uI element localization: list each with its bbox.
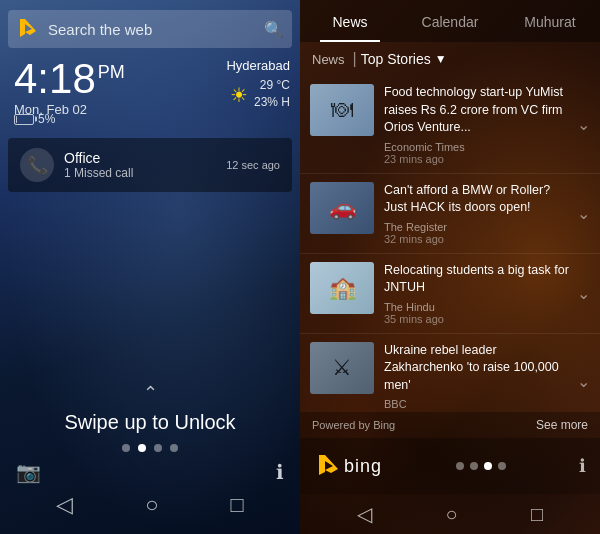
svg-marker-2 (319, 455, 338, 475)
dot-2 (138, 444, 146, 452)
right-nav-icons: ℹ (579, 455, 586, 477)
right-panel: News Calendar Muhurat News | Top Stories… (300, 0, 600, 534)
recents-icon-right[interactable]: □ (531, 503, 543, 526)
expand-icon-4[interactable]: ⌄ (577, 372, 590, 391)
bing-logo-left (16, 17, 40, 41)
home-icon-right[interactable]: ○ (445, 503, 457, 526)
news-item-1[interactable]: 🍽 Food technology start-up YuMist raises… (300, 76, 600, 174)
thumb-img-1: 🍽 (310, 84, 374, 136)
news-content-4: Ukraine rebel leader Zakharchenko 'to ra… (384, 342, 571, 413)
info-icon[interactable]: ℹ (276, 460, 284, 484)
notif-subtitle: 1 Missed call (64, 166, 218, 180)
tab-calendar[interactable]: Calendar (400, 0, 500, 42)
battery-row: 5% (14, 112, 55, 126)
bottom-icons-row: 📷 ℹ (0, 460, 300, 484)
news-content-2: Can't afford a BMW or Roller? Just HACK … (384, 182, 571, 245)
news-source-4: BBC (384, 398, 571, 410)
search-icon[interactable]: 🔍 (264, 20, 284, 39)
notif-time: 12 sec ago (226, 159, 280, 171)
back-icon[interactable]: ◁ (56, 492, 73, 518)
page-dots-left (122, 444, 178, 452)
tabs-row: News Calendar Muhurat (300, 0, 600, 42)
swipe-caret: ⌃ (0, 382, 300, 404)
notification-card[interactable]: 📞 Office 1 Missed call 12 sec ago (8, 138, 292, 192)
left-panel: Search the web 🔍 4:18PM Mon, Feb 02 Hyde… (0, 0, 300, 534)
dot-3 (154, 444, 162, 452)
tab-muhurat[interactable]: Muhurat (500, 0, 600, 42)
time-block: 4:18PM Mon, Feb 02 (14, 58, 125, 117)
news-item-2[interactable]: 🚗 Can't afford a BMW or Roller? Just HAC… (300, 174, 600, 254)
news-item-3[interactable]: 🏫 Relocating students a big task for JNT… (300, 254, 600, 334)
expand-icon-1[interactable]: ⌄ (577, 115, 590, 134)
news-list: 🍽 Food technology start-up YuMist raises… (300, 76, 600, 412)
notification-content: Office 1 Missed call (64, 150, 218, 180)
weather-city: Hyderabad (226, 58, 290, 73)
powered-by-text: Powered by Bing (312, 419, 395, 431)
rdot-3 (484, 462, 492, 470)
info-icon-right[interactable]: ℹ (579, 455, 586, 477)
news-content-3: Relocating students a big task for JNTUH… (384, 262, 571, 325)
tab-news[interactable]: News (300, 0, 400, 42)
section-label: News (312, 52, 345, 67)
section-arrow-icon: ▼ (435, 52, 447, 66)
news-thumb-4: ⚔ (310, 342, 374, 394)
weather-block: Hyderabad ☀ 29 °C 23% H (226, 58, 290, 111)
rdot-2 (470, 462, 478, 470)
news-headline-2: Can't afford a BMW or Roller? Just HACK … (384, 182, 571, 217)
thumb-img-3: 🏫 (310, 262, 374, 314)
time-display: 4:18PM (14, 58, 125, 100)
see-more-button[interactable]: See more (536, 418, 588, 432)
news-time-3: 35 mins ago (384, 313, 571, 325)
bing-label: bing (344, 456, 382, 477)
home-icon[interactable]: ○ (145, 492, 158, 518)
news-source-2: The Register (384, 221, 571, 233)
search-input[interactable]: Search the web (48, 21, 264, 38)
expand-icon-3[interactable]: ⌄ (577, 284, 590, 303)
phone-icon: 📞 (20, 148, 54, 182)
sun-icon: ☀ (226, 83, 248, 105)
news-time-2: 32 mins ago (384, 233, 571, 245)
section-title: Top Stories (361, 51, 431, 67)
bing-logo-bottom: bing (314, 452, 382, 480)
news-time-1: 23 mins ago (384, 153, 571, 165)
back-icon-right[interactable]: ◁ (357, 502, 372, 526)
news-source-3: The Hindu (384, 301, 571, 313)
thumb-img-2: 🚗 (310, 182, 374, 234)
weather-info: 29 °C 23% H (254, 77, 290, 111)
news-headline-3: Relocating students a big task for JNTUH (384, 262, 571, 297)
news-thumb-2: 🚗 (310, 182, 374, 234)
rdot-4 (498, 462, 506, 470)
news-headline-4: Ukraine rebel leader Zakharchenko 'to ra… (384, 342, 571, 395)
phone-nav-right: ◁ ○ □ (300, 494, 600, 534)
expand-icon-2[interactable]: ⌄ (577, 204, 590, 223)
section-divider: | (353, 50, 357, 68)
right-footer: Powered by Bing See more (300, 412, 600, 438)
section-header: News | Top Stories ▼ (300, 42, 600, 76)
news-item-4[interactable]: ⚔ Ukraine rebel leader Zakharchenko 'to … (300, 334, 600, 413)
phone-nav-left: ◁ ○ □ (0, 492, 300, 518)
battery-icon (14, 114, 34, 125)
news-thumb-1: 🍽 (310, 84, 374, 136)
page-dots-right (456, 462, 506, 470)
rdot-1 (456, 462, 464, 470)
dot-4 (170, 444, 178, 452)
recents-icon[interactable]: □ (231, 492, 244, 518)
news-source-1: Economic Times (384, 141, 571, 153)
dot-1 (122, 444, 130, 452)
news-thumb-3: 🏫 (310, 262, 374, 314)
search-bar[interactable]: Search the web 🔍 (8, 10, 292, 48)
bottom-nav-left: 📷 ℹ ◁ ○ □ (0, 444, 300, 534)
thumb-img-4: ⚔ (310, 342, 374, 394)
news-content-1: Food technology start-up YuMist raises R… (384, 84, 571, 165)
camera-icon[interactable]: 📷 (16, 460, 41, 484)
news-headline-1: Food technology start-up YuMist raises R… (384, 84, 571, 137)
bing-logo-icon (314, 452, 342, 480)
svg-rect-0 (16, 17, 40, 41)
swipe-text: Swipe up to Unlock (0, 411, 300, 434)
notif-title: Office (64, 150, 218, 166)
bottom-nav-right: bing ℹ (300, 438, 600, 494)
